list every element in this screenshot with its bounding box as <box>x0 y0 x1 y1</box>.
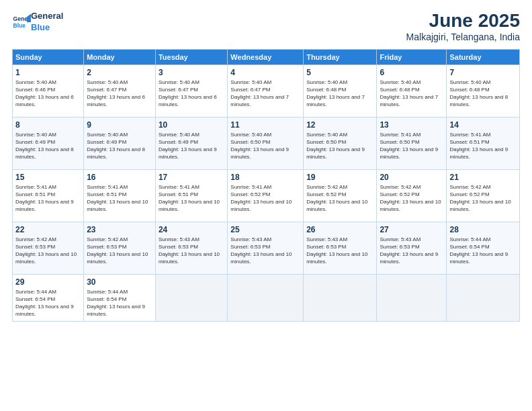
day-number: 5 <box>306 68 373 77</box>
day-number: 27 <box>380 225 443 234</box>
svg-text:Blue: Blue <box>13 22 26 29</box>
calendar-cell: 24Sunrise: 5:43 AMSunset: 6:53 PMDayligh… <box>155 222 227 274</box>
day-number: 8 <box>15 120 81 130</box>
day-info: Sunrise: 5:40 AMSunset: 6:50 PMDaylight:… <box>230 131 300 161</box>
calendar-cell: 2Sunrise: 5:40 AMSunset: 6:47 PMDaylight… <box>84 64 156 117</box>
day-number: 10 <box>159 120 224 130</box>
day-info: Sunrise: 5:40 AMSunset: 6:47 PMDaylight:… <box>87 79 152 109</box>
calendar-week-row: 29Sunrise: 5:44 AMSunset: 6:54 PMDayligh… <box>13 274 520 321</box>
calendar-cell: 16Sunrise: 5:41 AMSunset: 6:51 PMDayligh… <box>84 169 156 222</box>
calendar-cell: 21Sunrise: 5:42 AMSunset: 6:52 PMDayligh… <box>447 169 520 222</box>
calendar-cell: 15Sunrise: 5:41 AMSunset: 6:51 PMDayligh… <box>13 169 84 222</box>
calendar-cell: 10Sunrise: 5:40 AMSunset: 6:49 PMDayligh… <box>155 117 227 169</box>
day-info: Sunrise: 5:43 AMSunset: 6:53 PMDaylight:… <box>380 236 443 266</box>
day-info: Sunrise: 5:44 AMSunset: 6:54 PMDaylight:… <box>449 236 517 266</box>
calendar-cell: 26Sunrise: 5:43 AMSunset: 6:53 PMDayligh… <box>304 222 377 274</box>
day-number: 19 <box>306 173 373 182</box>
calendar-week-row: 22Sunrise: 5:42 AMSunset: 6:53 PMDayligh… <box>13 222 520 274</box>
day-number: 6 <box>380 68 443 77</box>
day-info: Sunrise: 5:40 AMSunset: 6:47 PMDaylight:… <box>159 79 224 109</box>
calendar-cell: 18Sunrise: 5:41 AMSunset: 6:52 PMDayligh… <box>228 169 304 222</box>
calendar-table: SundayMondayTuesdayWednesdayThursdayFrid… <box>12 49 520 322</box>
day-info: Sunrise: 5:42 AMSunset: 6:52 PMDaylight:… <box>380 183 443 214</box>
weekday-header-sunday: Sunday <box>13 49 84 64</box>
day-info: Sunrise: 5:40 AMSunset: 6:49 PMDaylight:… <box>87 131 152 161</box>
day-info: Sunrise: 5:40 AMSunset: 6:47 PMDaylight:… <box>230 79 300 109</box>
day-info: Sunrise: 5:40 AMSunset: 6:48 PMDaylight:… <box>306 79 373 109</box>
calendar-cell: 1Sunrise: 5:40 AMSunset: 6:46 PMDaylight… <box>13 64 84 117</box>
calendar-cell: 11Sunrise: 5:40 AMSunset: 6:50 PMDayligh… <box>228 117 304 169</box>
calendar-cell: 13Sunrise: 5:41 AMSunset: 6:50 PMDayligh… <box>377 117 447 169</box>
day-info: Sunrise: 5:40 AMSunset: 6:49 PMDaylight:… <box>15 131 81 161</box>
calendar-cell: 30Sunrise: 5:44 AMSunset: 6:54 PMDayligh… <box>84 274 156 321</box>
day-number: 15 <box>15 173 81 182</box>
day-number: 12 <box>306 120 373 130</box>
day-info: Sunrise: 5:41 AMSunset: 6:51 PMDaylight:… <box>15 183 81 214</box>
day-info: Sunrise: 5:41 AMSunset: 6:52 PMDaylight:… <box>230 183 300 214</box>
day-number: 1 <box>15 68 81 77</box>
day-info: Sunrise: 5:41 AMSunset: 6:50 PMDaylight:… <box>380 131 443 161</box>
day-number: 4 <box>230 68 300 77</box>
calendar-cell: 27Sunrise: 5:43 AMSunset: 6:53 PMDayligh… <box>377 222 447 274</box>
calendar-cell: 3Sunrise: 5:40 AMSunset: 6:47 PMDaylight… <box>155 64 227 117</box>
day-info: Sunrise: 5:40 AMSunset: 6:48 PMDaylight:… <box>449 79 517 109</box>
weekday-header-tuesday: Tuesday <box>155 49 227 64</box>
logo-general: General <box>31 11 63 22</box>
calendar-cell: 9Sunrise: 5:40 AMSunset: 6:49 PMDaylight… <box>84 117 156 169</box>
day-number: 3 <box>159 68 224 77</box>
calendar-subtitle: Malkajgiri, Telangana, India <box>406 32 520 42</box>
calendar-cell: 17Sunrise: 5:41 AMSunset: 6:51 PMDayligh… <box>155 169 227 222</box>
day-number: 24 <box>159 225 224 234</box>
weekday-header-wednesday: Wednesday <box>228 49 304 64</box>
calendar-cell <box>377 274 447 321</box>
calendar-week-row: 8Sunrise: 5:40 AMSunset: 6:49 PMDaylight… <box>13 117 520 169</box>
day-number: 26 <box>306 225 373 234</box>
day-number: 14 <box>449 120 517 130</box>
calendar-cell <box>228 274 304 321</box>
calendar-cell: 19Sunrise: 5:42 AMSunset: 6:52 PMDayligh… <box>304 169 377 222</box>
calendar-cell: 12Sunrise: 5:40 AMSunset: 6:50 PMDayligh… <box>304 117 377 169</box>
day-info: Sunrise: 5:40 AMSunset: 6:49 PMDaylight:… <box>159 131 224 161</box>
day-number: 17 <box>159 173 224 182</box>
day-number: 2 <box>87 68 152 77</box>
weekday-header-saturday: Saturday <box>447 49 520 64</box>
calendar-week-row: 1Sunrise: 5:40 AMSunset: 6:46 PMDaylight… <box>13 64 520 117</box>
day-number: 23 <box>87 225 152 234</box>
day-info: Sunrise: 5:44 AMSunset: 6:54 PMDaylight:… <box>87 288 152 318</box>
day-number: 30 <box>87 277 152 287</box>
calendar-page: General Blue General Blue June 2025 Malk… <box>0 0 532 411</box>
day-info: Sunrise: 5:42 AMSunset: 6:53 PMDaylight:… <box>15 236 81 266</box>
day-number: 22 <box>15 225 81 234</box>
day-number: 20 <box>380 173 443 182</box>
calendar-cell <box>155 274 227 321</box>
calendar-cell: 22Sunrise: 5:42 AMSunset: 6:53 PMDayligh… <box>13 222 84 274</box>
day-info: Sunrise: 5:42 AMSunset: 6:53 PMDaylight:… <box>87 236 152 266</box>
day-info: Sunrise: 5:40 AMSunset: 6:48 PMDaylight:… <box>380 79 443 109</box>
calendar-cell: 14Sunrise: 5:41 AMSunset: 6:51 PMDayligh… <box>447 117 520 169</box>
title-block: June 2025 Malkajgiri, Telangana, India <box>406 11 520 42</box>
day-info: Sunrise: 5:42 AMSunset: 6:52 PMDaylight:… <box>449 183 517 214</box>
calendar-cell: 4Sunrise: 5:40 AMSunset: 6:47 PMDaylight… <box>228 64 304 117</box>
weekday-header-thursday: Thursday <box>304 49 377 64</box>
calendar-title: June 2025 <box>406 11 520 32</box>
day-number: 18 <box>230 173 300 182</box>
calendar-cell: 28Sunrise: 5:44 AMSunset: 6:54 PMDayligh… <box>447 222 520 274</box>
day-info: Sunrise: 5:44 AMSunset: 6:54 PMDaylight:… <box>15 288 81 318</box>
day-number: 29 <box>15 277 81 287</box>
header: General Blue General Blue June 2025 Malk… <box>12 11 520 42</box>
day-number: 16 <box>87 173 152 182</box>
calendar-cell: 23Sunrise: 5:42 AMSunset: 6:53 PMDayligh… <box>84 222 156 274</box>
logo: General Blue General Blue <box>12 11 63 34</box>
day-info: Sunrise: 5:41 AMSunset: 6:51 PMDaylight:… <box>449 131 517 161</box>
day-info: Sunrise: 5:42 AMSunset: 6:52 PMDaylight:… <box>306 183 373 214</box>
day-number: 7 <box>449 68 517 77</box>
calendar-cell: 29Sunrise: 5:44 AMSunset: 6:54 PMDayligh… <box>13 274 84 321</box>
day-number: 13 <box>380 120 443 130</box>
day-number: 9 <box>87 120 152 130</box>
day-number: 11 <box>230 120 300 130</box>
day-info: Sunrise: 5:43 AMSunset: 6:53 PMDaylight:… <box>306 236 373 266</box>
day-info: Sunrise: 5:41 AMSunset: 6:51 PMDaylight:… <box>159 183 224 214</box>
day-number: 25 <box>230 225 300 234</box>
calendar-cell: 6Sunrise: 5:40 AMSunset: 6:48 PMDaylight… <box>377 64 447 117</box>
calendar-cell <box>304 274 377 321</box>
